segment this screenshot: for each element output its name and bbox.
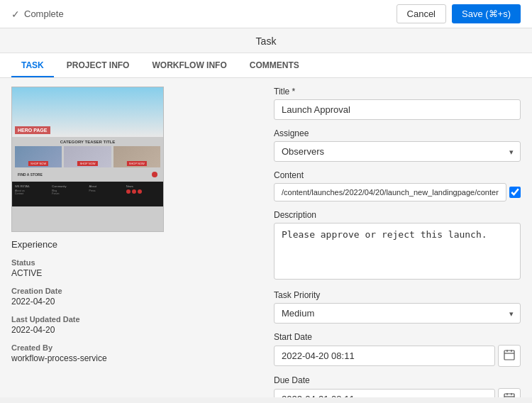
title-label: Title * <box>274 87 521 96</box>
due-date-field-group: Due Date <box>274 375 521 397</box>
tab-project-info[interactable]: PROJECT INFO <box>57 53 140 77</box>
task-priority-select[interactable]: Low Medium High <box>274 303 521 324</box>
task-priority-label: Task Priority <box>274 290 521 300</box>
task-priority-field-group: Task Priority Low Medium High ▾ <box>274 290 521 324</box>
creation-date-value: 2022-04-20 <box>11 297 251 307</box>
action-buttons: Cancel Save (⌘+s) <box>397 4 521 23</box>
created-by-label: Created By <box>11 343 251 352</box>
tab-comments[interactable]: COMMENTS <box>240 53 309 77</box>
due-date-label: Due Date <box>274 375 521 385</box>
content-label: Content <box>274 170 521 180</box>
assignee-label: Assignee <box>274 128 521 138</box>
page-title: Task <box>0 28 532 53</box>
last-updated-value: 2022-04-20 <box>11 325 251 335</box>
right-panel: Title * Assignee Observers Admin Editor … <box>262 78 532 397</box>
status-label: Status <box>11 258 251 267</box>
main-content: HERO PAGE CATEGORY TEASER TITLE SHOP NOW… <box>0 78 532 397</box>
due-date-row <box>274 388 521 397</box>
content-input[interactable] <box>274 183 506 202</box>
status-section: Status ACTIVE Creation Date 2022-04-20 L… <box>11 258 251 363</box>
calendar-icon <box>504 349 515 360</box>
title-field-group: Title * <box>274 87 521 120</box>
created-by-value: workflow-process-service <box>11 353 251 363</box>
creation-date-label: Creation Date <box>11 287 251 295</box>
assignee-select-wrapper: Observers Admin Editor ▾ <box>274 141 521 162</box>
title-input[interactable] <box>274 99 521 120</box>
top-bar: ✓ Complete Cancel Save (⌘+s) <box>0 0 532 28</box>
complete-label: Complete <box>24 9 64 19</box>
preview-image: HERO PAGE CATEGORY TEASER TITLE SHOP NOW… <box>11 87 164 232</box>
start-date-input[interactable] <box>274 346 495 366</box>
due-date-input[interactable] <box>274 389 495 397</box>
complete-section[interactable]: ✓ Complete <box>11 9 64 20</box>
tab-workflow-info[interactable]: WORKFLOW INFO <box>142 53 236 77</box>
start-date-field-group: Start Date <box>274 332 521 367</box>
tab-bar: TASK PROJECT INFO WORKFLOW INFO COMMENTS <box>0 53 532 78</box>
start-date-calendar-button[interactable] <box>498 345 521 367</box>
assignee-select[interactable]: Observers Admin Editor <box>274 141 521 162</box>
left-panel: HERO PAGE CATEGORY TEASER TITLE SHOP NOW… <box>0 78 262 397</box>
due-date-calendar-button[interactable] <box>498 388 521 397</box>
tab-task[interactable]: TASK <box>11 53 54 77</box>
status-value: ACTIVE <box>11 268 251 278</box>
content-row <box>274 183 521 202</box>
start-date-label: Start Date <box>274 332 521 342</box>
last-updated-label: Last Updated Date <box>11 315 251 324</box>
cancel-button[interactable]: Cancel <box>397 4 446 23</box>
save-button[interactable]: Save (⌘+s) <box>452 4 521 23</box>
description-label: Description <box>274 210 521 220</box>
description-textarea[interactable]: Please approve or reject this launch. <box>274 223 521 280</box>
description-field-group: Description Please approve or reject thi… <box>274 210 521 282</box>
svg-rect-0 <box>504 350 514 360</box>
assignee-field-group: Assignee Observers Admin Editor ▾ <box>274 128 521 162</box>
content-field-group: Content <box>274 170 521 202</box>
calendar-icon <box>504 392 515 397</box>
check-icon: ✓ <box>11 9 20 20</box>
task-priority-select-wrapper: Low Medium High ▾ <box>274 303 521 324</box>
preview-label: Experience <box>11 239 251 250</box>
content-checkbox[interactable] <box>509 187 521 198</box>
start-date-row <box>274 345 521 367</box>
